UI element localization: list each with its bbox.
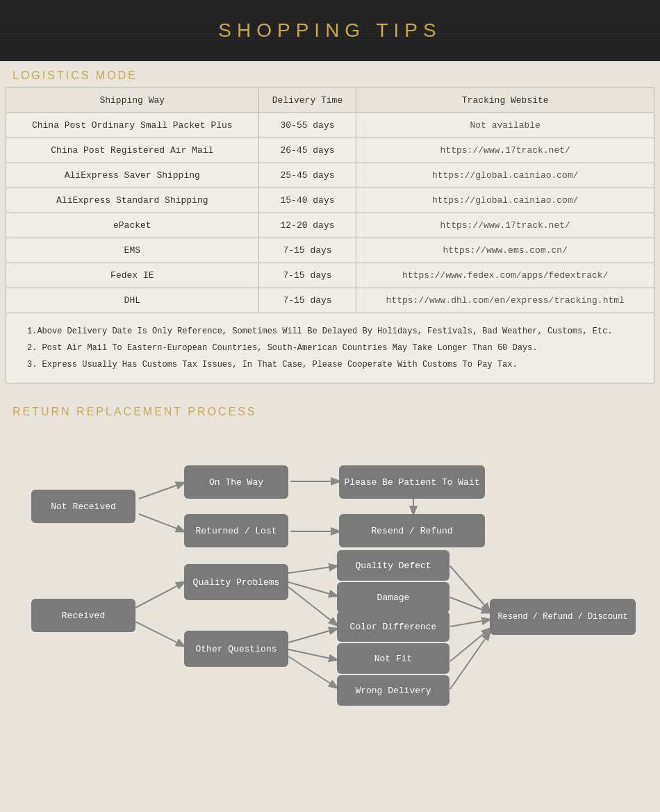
table-cell: 12-20 days	[258, 213, 356, 238]
table-cell: AliExpress Standard Shipping	[6, 188, 259, 213]
returned-lost-box: Returned / Lost	[184, 514, 288, 547]
logistics-notes: 1.Above Delivery Date Is Only Reference,…	[6, 313, 654, 383]
table-cell: China Post Ordinary Small Packet Plus	[6, 113, 259, 138]
not-fit-box: Not Fit	[337, 643, 449, 674]
table-cell: https://global.cainiao.com/	[356, 163, 654, 188]
table-cell: China Post Registered Air Mail	[6, 138, 259, 163]
col-shipping-way: Shipping Way	[6, 88, 259, 113]
svg-line-9	[288, 587, 337, 625]
logistics-table: Shipping Way Delivery Time Tracking Webs…	[6, 88, 654, 313]
resend-refund-discount-box: Resend / Refund / Discount	[490, 599, 636, 635]
quality-problems-box: Quality Problems	[184, 564, 288, 600]
table-cell: 7-15 days	[258, 263, 356, 288]
table-cell: AliExpress Saver Shipping	[6, 163, 259, 188]
table-cell: 15-40 days	[258, 188, 356, 213]
table-cell: 26-45 days	[258, 138, 356, 163]
other-questions-box: Other Questions	[184, 631, 288, 667]
svg-line-5	[135, 582, 184, 608]
svg-line-7	[288, 566, 337, 573]
logistics-section: LOGISTICS MODE Shipping Way Delivery Tim…	[0, 61, 660, 390]
table-cell: Fedex IE	[6, 263, 259, 288]
flow-diagram: Not Received On The Way Returned / Lost …	[7, 424, 653, 702]
color-difference-box: Color Difference	[337, 611, 449, 642]
svg-line-15	[450, 620, 490, 627]
svg-line-16	[450, 629, 490, 661]
damage-box: Damage	[337, 582, 449, 613]
table-cell: ePacket	[6, 213, 259, 238]
svg-line-14	[450, 597, 490, 613]
col-delivery-time: Delivery Time	[258, 88, 356, 113]
table-cell: https://global.cainiao.com/	[356, 188, 654, 213]
on-the-way-box: On The Way	[184, 465, 288, 499]
quality-defect-box: Quality Defect	[337, 550, 449, 581]
flow-arrows	[7, 424, 653, 702]
table-cell: 7-15 days	[258, 238, 356, 263]
page-header: SHOPPING TIPS	[0, 0, 660, 61]
svg-line-6	[135, 622, 184, 646]
table-cell: EMS	[6, 238, 259, 263]
table-cell: 25-45 days	[258, 163, 356, 188]
svg-line-11	[288, 649, 337, 660]
table-cell: https://www.17track.net/	[356, 138, 654, 163]
svg-line-1	[139, 514, 184, 531]
not-received-box: Not Received	[31, 490, 135, 523]
note-item: 1.Above Delivery Date Is Only Reference,…	[27, 323, 633, 340]
note-item: 2. Post Air Mail To Eastern-European Cou…	[27, 340, 633, 356]
table-cell: https://www.dhl.com/en/express/tracking.…	[356, 288, 654, 313]
return-title: RETURN REPLACEMENT PROCESS	[6, 397, 654, 424]
svg-line-8	[288, 582, 337, 596]
note-item: 3. Express Usually Has Customs Tax Issue…	[27, 356, 633, 373]
return-section: RETURN REPLACEMENT PROCESS	[0, 390, 660, 715]
svg-line-0	[139, 483, 184, 499]
please-be-patient-box: Please Be Patient To Wait	[339, 465, 485, 499]
table-cell: https://www.17track.net/	[356, 213, 654, 238]
svg-line-12	[288, 656, 337, 688]
svg-line-10	[288, 629, 337, 643]
table-cell: 30-55 days	[258, 113, 356, 138]
svg-line-13	[450, 566, 490, 611]
table-cell: https://www.fedex.com/apps/fedextrack/	[356, 263, 654, 288]
table-cell: Not available	[356, 113, 654, 138]
received-box: Received	[31, 599, 135, 632]
wrong-delivery-box: Wrong Delivery	[337, 675, 449, 706]
table-cell: DHL	[6, 288, 259, 313]
svg-line-17	[450, 632, 490, 689]
table-cell: https://www.ems.com.cn/	[356, 238, 654, 263]
logistics-title: LOGISTICS MODE	[6, 61, 654, 88]
page-title: SHOPPING TIPS	[0, 19, 660, 42]
resend-refund-box: Resend / Refund	[339, 514, 485, 547]
col-tracking-website: Tracking Website	[356, 88, 654, 113]
table-cell: 7-15 days	[258, 288, 356, 313]
